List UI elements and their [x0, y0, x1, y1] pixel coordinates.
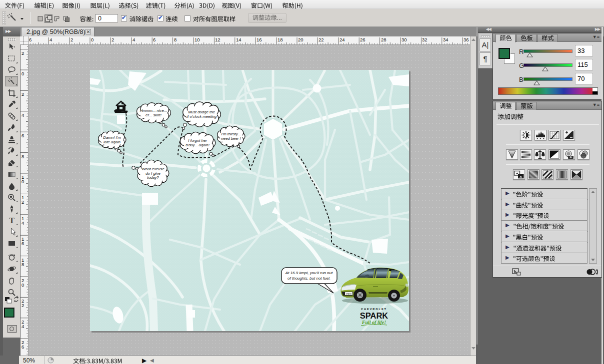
svg-text:At 16.9 kmpl, you’ll run out: At 16.9 kmpl, you’ll run out: [285, 271, 333, 275]
svg-text:Full of life!: Full of life!: [362, 320, 386, 325]
svg-text:4 o'clock meeting: 4 o'clock meeting: [186, 114, 217, 119]
svg-text:er... skirt!: er... skirt!: [146, 113, 162, 117]
svg-text:b'day... again!: b'day... again!: [186, 143, 210, 147]
svg-text:of thoughts, but not fuel.: of thoughts, but not fuel.: [288, 276, 330, 281]
svg-text:SPARK: SPARK: [360, 311, 388, 320]
svg-text:late again: late again: [104, 140, 120, 144]
svg-text:CHEVROLET: CHEVROLET: [361, 308, 387, 311]
svg-text:today?: today?: [147, 175, 159, 180]
svg-text:T: T: [9, 216, 14, 225]
svg-text:SPARK: SPARK: [346, 293, 352, 295]
svg-text:need beer !: need beer !: [221, 136, 241, 141]
